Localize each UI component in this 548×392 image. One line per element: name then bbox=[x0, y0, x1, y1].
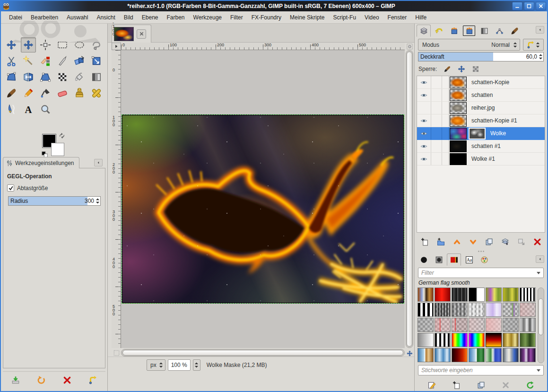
reset-tool-button[interactable] bbox=[86, 374, 100, 386]
layer-thumbnail[interactable] bbox=[450, 77, 467, 88]
gradient-swatch[interactable] bbox=[435, 287, 451, 302]
gradient-swatch[interactable] bbox=[503, 318, 519, 332]
minimize-button[interactable] bbox=[512, 2, 522, 10]
menu-werkzeuge[interactable]: Werkzeuge bbox=[189, 12, 226, 23]
gradient-swatch[interactable] bbox=[503, 287, 519, 302]
edit-gradient-button[interactable] bbox=[425, 379, 439, 391]
layer-mode-combo[interactable]: Modus Normal bbox=[418, 39, 520, 51]
tool-perspective[interactable] bbox=[4, 70, 19, 85]
titlebar[interactable]: *reiher.xcf-1.0 (RGB-Farben 8-Bit-Gamma-… bbox=[1, 1, 547, 11]
lock-position-icon[interactable] bbox=[458, 65, 465, 73]
link-cell[interactable] bbox=[431, 76, 442, 88]
delete-preset-button[interactable] bbox=[60, 374, 74, 386]
lower-layer-button[interactable] bbox=[466, 235, 479, 248]
gradient-swatch[interactable] bbox=[469, 318, 485, 332]
vertical-ruler[interactable]: - 1 0 001 0 02 0 03 0 04 0 05 0 0 bbox=[112, 50, 121, 348]
image-canvas[interactable] bbox=[122, 114, 404, 304]
layer-thumbnail[interactable] bbox=[450, 153, 467, 165]
tool-gradient[interactable] bbox=[89, 70, 104, 85]
abtastgroesse-checkbox[interactable] bbox=[7, 184, 14, 192]
gradient-swatch[interactable] bbox=[418, 333, 434, 347]
zoom-input[interactable]: 100 % bbox=[168, 359, 191, 371]
close-button[interactable] bbox=[536, 2, 546, 10]
layer-name[interactable]: schatten-Kopie #1 bbox=[471, 117, 517, 124]
menu-filter[interactable]: Filter bbox=[226, 12, 247, 23]
tool-flip[interactable] bbox=[21, 70, 36, 85]
revert-preset-button[interactable] bbox=[34, 374, 48, 386]
menu-bild[interactable]: Bild bbox=[120, 12, 138, 23]
mode-spinner[interactable] bbox=[513, 41, 518, 49]
layer-row[interactable]: Wolke bbox=[417, 127, 545, 140]
tool-select-by-color[interactable] bbox=[38, 53, 53, 69]
tool-bucket-fill[interactable] bbox=[72, 70, 87, 85]
gradient-swatch[interactable] bbox=[418, 287, 434, 302]
tab-tool-options[interactable]: Werkzeugeinstellungen bbox=[3, 157, 79, 168]
layer-name[interactable]: schatten #1 bbox=[471, 143, 501, 149]
new-gradient-button[interactable] bbox=[449, 379, 463, 391]
gradient-swatch[interactable] bbox=[486, 287, 502, 302]
radius-slider[interactable]: Radius 300 bbox=[8, 196, 101, 206]
gradient-swatch[interactable] bbox=[469, 333, 485, 347]
opacity-slider[interactable]: Deckkraft 60,0 bbox=[418, 52, 544, 61]
gradient-swatch[interactable] bbox=[486, 318, 502, 332]
maximize-button[interactable] bbox=[524, 2, 534, 10]
layer-thumbnail[interactable] bbox=[450, 140, 467, 152]
tool-fuzzy-select[interactable] bbox=[21, 53, 36, 69]
tool-eraser[interactable] bbox=[55, 86, 70, 101]
layer-row[interactable]: schatten-Kopie bbox=[417, 76, 545, 89]
gradient-swatch[interactable] bbox=[503, 303, 519, 317]
tool-paintbrush[interactable] bbox=[4, 86, 19, 101]
tag-input[interactable]: Stichworte eingeben bbox=[418, 365, 544, 375]
link-cell[interactable] bbox=[431, 153, 442, 165]
gradient-swatch[interactable] bbox=[435, 318, 451, 332]
gradient-swatch[interactable] bbox=[520, 303, 536, 317]
dock-tab-channels[interactable] bbox=[447, 25, 461, 37]
dock-tab-fonts[interactable]: Aa bbox=[462, 253, 476, 266]
link-cell[interactable] bbox=[431, 140, 442, 152]
dock-tab-brushes[interactable] bbox=[417, 253, 431, 266]
tool-heal[interactable] bbox=[89, 86, 104, 101]
visibility-toggle[interactable] bbox=[417, 153, 431, 165]
zoom-spinner[interactable] bbox=[193, 359, 200, 371]
visibility-toggle[interactable] bbox=[417, 102, 431, 114]
dock-tab-vectors[interactable] bbox=[492, 25, 506, 37]
radius-spinner[interactable] bbox=[95, 197, 100, 205]
lock-alpha-icon[interactable] bbox=[472, 65, 479, 73]
gradient-swatch[interactable] bbox=[503, 348, 519, 362]
layer-row[interactable]: schatten bbox=[417, 89, 545, 102]
gradient-swatch[interactable] bbox=[486, 348, 502, 362]
horizontal-scrollbar[interactable] bbox=[121, 349, 405, 357]
lock-pixels-icon[interactable] bbox=[444, 65, 451, 73]
gradient-swatch[interactable] bbox=[418, 303, 434, 317]
tool-text[interactable]: A bbox=[21, 102, 36, 117]
visibility-toggle[interactable] bbox=[417, 76, 431, 88]
image-tab[interactable] bbox=[112, 25, 151, 43]
refresh-gradients-button[interactable] bbox=[523, 379, 537, 391]
quick-mask-toggle[interactable] bbox=[112, 349, 121, 357]
menu-fenster[interactable]: Fenster bbox=[383, 12, 411, 23]
layer-thumbnail[interactable] bbox=[450, 128, 467, 139]
layers-dock-collapse-button[interactable] bbox=[536, 26, 544, 34]
gradient-swatch[interactable] bbox=[452, 287, 468, 302]
swap-colors-icon[interactable] bbox=[59, 132, 65, 139]
dock-tab-layers[interactable] bbox=[417, 25, 431, 37]
tool-unified-transform[interactable] bbox=[72, 53, 87, 69]
gradient-filter-input[interactable]: Filter bbox=[418, 268, 544, 278]
tool-warp[interactable] bbox=[55, 70, 70, 85]
menu-ebene[interactable]: Ebene bbox=[138, 12, 163, 23]
link-cell[interactable] bbox=[431, 127, 442, 139]
dock-tab-undo-history[interactable] bbox=[432, 25, 446, 37]
gradient-swatch[interactable] bbox=[520, 333, 536, 347]
opacity-spinner[interactable] bbox=[538, 53, 543, 61]
layer-thumbnail[interactable] bbox=[450, 89, 467, 101]
gradient-swatch[interactable] bbox=[418, 348, 434, 362]
unit-combo[interactable]: px bbox=[147, 359, 165, 371]
gradient-swatch[interactable] bbox=[503, 333, 519, 347]
new-group-button[interactable] bbox=[434, 235, 447, 248]
tool-options-collapse-button[interactable] bbox=[94, 159, 103, 166]
gradient-swatch[interactable] bbox=[486, 303, 502, 317]
merge-down-button[interactable] bbox=[498, 235, 512, 248]
link-cell[interactable] bbox=[431, 89, 442, 101]
horizontal-scrollbar-thumb[interactable] bbox=[122, 350, 403, 356]
gradient-swatch[interactable] bbox=[435, 348, 451, 362]
